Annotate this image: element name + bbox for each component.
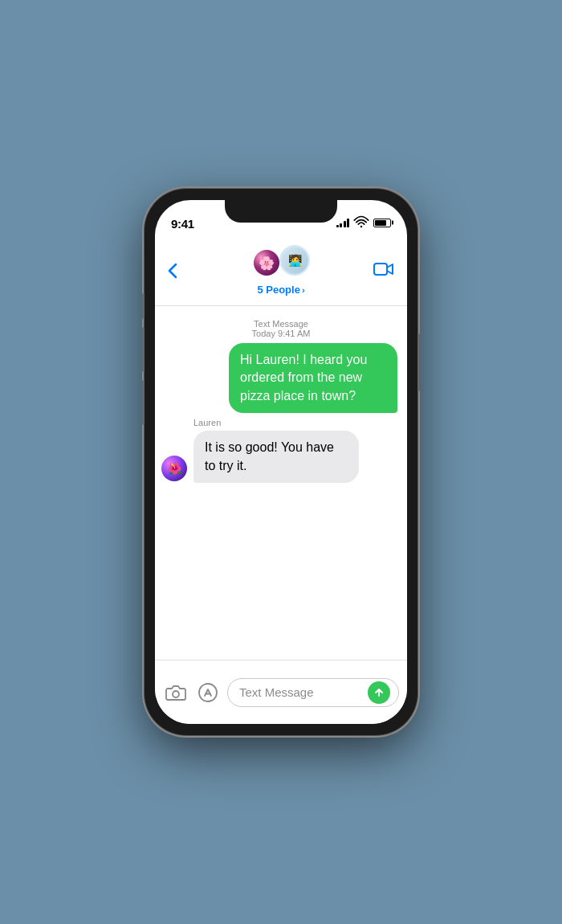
- avatar-glasses-image: 🧑‍💻: [281, 247, 308, 274]
- video-icon: [373, 261, 394, 277]
- outgoing-message-text: Hi Lauren! I heard you ordered from the …: [240, 353, 367, 403]
- signal-bar-4: [347, 219, 349, 227]
- camera-button[interactable]: [163, 680, 189, 705]
- camera-icon: [165, 684, 186, 701]
- messages-area: Text Message Today 9:41 AM Hi Lauren! I …: [155, 306, 407, 660]
- outgoing-message-row: Hi Lauren! I heard you ordered from the …: [155, 341, 407, 415]
- sender-avatar: 🌺: [161, 456, 187, 481]
- incoming-bubble[interactable]: It is so good! You have to try it.: [193, 431, 359, 483]
- message-timestamp: Today 9:41 AM: [155, 329, 407, 338]
- volume-down-button[interactable]: [142, 380, 145, 425]
- back-chevron-icon: [168, 263, 177, 279]
- signal-bar-1: [336, 225, 339, 227]
- svg-point-2: [173, 691, 179, 697]
- signal-bar-3: [344, 221, 346, 227]
- appstore-button[interactable]: [195, 680, 221, 705]
- video-call-button[interactable]: [373, 261, 394, 280]
- avatar-2: 🧑‍💻: [279, 245, 310, 276]
- message-service-type: Text Message: [155, 319, 407, 329]
- lauren-avatar-image: 🌺: [161, 456, 187, 481]
- status-time: 9:41: [171, 217, 194, 231]
- phone-screen: 9:41: [155, 200, 407, 724]
- bottom-input-bar: Text Message: [155, 660, 407, 724]
- svg-rect-1: [374, 264, 387, 275]
- svg-point-3: [199, 684, 217, 701]
- signal-bars-icon: [336, 218, 350, 227]
- text-input-field[interactable]: Text Message: [227, 678, 399, 707]
- back-button[interactable]: [168, 263, 177, 279]
- phone-frame: 9:41: [145, 189, 417, 735]
- avatar-1: 🌸: [252, 248, 281, 277]
- group-avatars: 🌸 🧑‍💻: [252, 245, 310, 280]
- text-input-placeholder: Text Message: [239, 685, 363, 699]
- nav-header: 🌸 🧑‍💻 5 People ›: [155, 235, 407, 306]
- group-title[interactable]: 5 People ›: [257, 284, 304, 296]
- send-button[interactable]: [368, 681, 390, 704]
- group-chevron-icon: ›: [302, 285, 305, 295]
- wifi-icon: [353, 215, 369, 231]
- signal-bar-2: [340, 223, 342, 227]
- power-button[interactable]: [417, 333, 420, 391]
- appstore-icon: [198, 683, 218, 702]
- volume-up-button[interactable]: [142, 327, 145, 372]
- status-icons: [336, 215, 392, 231]
- notch: [225, 200, 337, 223]
- group-name: 5 People: [257, 284, 299, 296]
- incoming-message-row: 🌺 It is so good! You have to try it.: [155, 429, 407, 484]
- incoming-message-text: It is so good! You have to try it.: [205, 440, 334, 472]
- svg-point-0: [360, 226, 363, 228]
- avatar-flower-image: 🌸: [254, 250, 279, 276]
- message-meta: Text Message Today 9:41 AM: [155, 319, 407, 338]
- sender-label: Lauren: [193, 418, 407, 427]
- send-arrow-icon: [373, 687, 385, 698]
- outgoing-bubble[interactable]: Hi Lauren! I heard you ordered from the …: [229, 343, 397, 413]
- battery-icon: [373, 219, 391, 227]
